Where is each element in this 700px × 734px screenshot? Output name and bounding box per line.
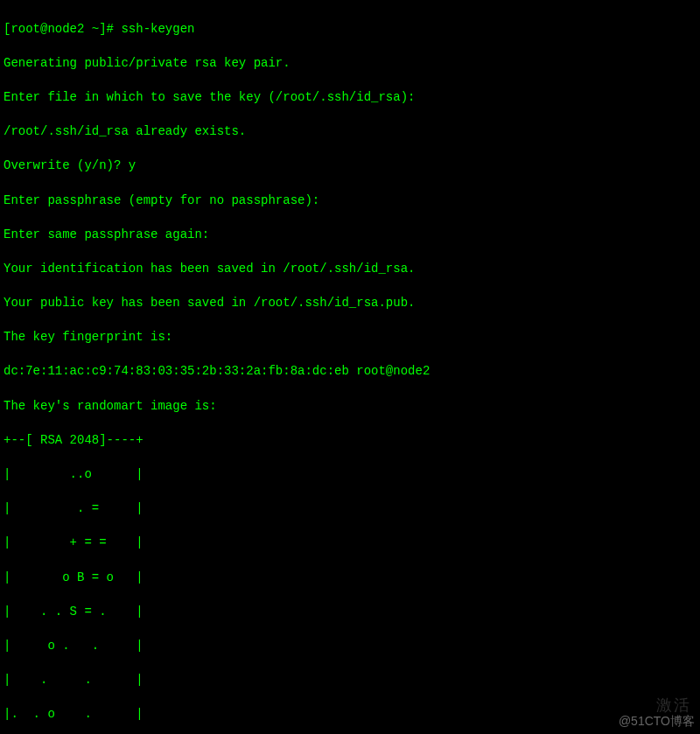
terminal-line: |. . o . | xyxy=(4,706,696,724)
terminal-line: /root/.ssh/id_rsa already exists. xyxy=(4,123,696,141)
terminal-output[interactable]: [root@node2 ~]# ssh-keygen Generating pu… xyxy=(4,3,696,734)
terminal-line: Overwrite (y/n)? y xyxy=(4,157,696,175)
watermark-text: @51CTO博客 xyxy=(619,713,695,731)
terminal-line: | ..o | xyxy=(4,466,696,484)
terminal-line: +--[ RSA 2048]----+ xyxy=(4,432,696,450)
terminal-line: dc:7e:11:ac:c9:74:83:03:35:2b:33:2a:fb:8… xyxy=(4,363,696,381)
terminal-line: [root@node2 ~]# ssh-keygen xyxy=(4,21,696,38)
terminal-line: The key fingerprint is: xyxy=(4,329,696,346)
terminal-line: Your public key has been saved in /root/… xyxy=(4,295,696,312)
terminal-line: Generating public/private rsa key pair. xyxy=(4,55,696,73)
terminal-line: Enter passphrase (empty for no passphras… xyxy=(4,192,696,210)
terminal-line: The key's randomart image is: xyxy=(4,398,696,416)
terminal-line: | o B = o | xyxy=(4,570,696,587)
terminal-line: | . . | xyxy=(4,672,696,689)
terminal-line: Your identification has been saved in /r… xyxy=(4,261,696,278)
terminal-line: | . . S = . | xyxy=(4,604,696,621)
terminal-line: | o . . | xyxy=(4,638,696,655)
terminal-line: | + = = | xyxy=(4,535,696,552)
terminal-line: Enter file in which to save the key (/ro… xyxy=(4,89,696,107)
terminal-line: Enter same passphrase again: xyxy=(4,227,696,244)
terminal-line: | . = | xyxy=(4,500,696,518)
